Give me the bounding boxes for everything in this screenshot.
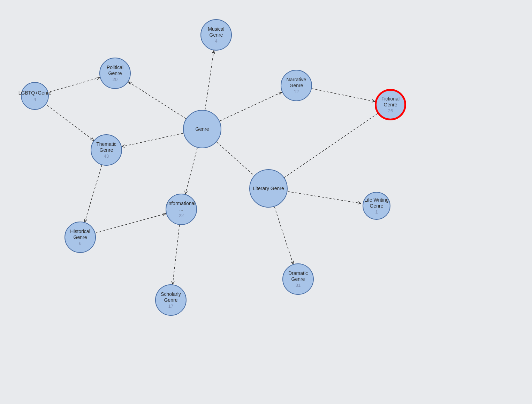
node-label-informational: Informational ... bbox=[166, 201, 196, 212]
node-count-musical: 4 bbox=[215, 38, 217, 44]
node-label-literary: Literary Genre bbox=[253, 186, 284, 192]
node-thematic[interactable]: Thematic Genre43 bbox=[91, 134, 122, 166]
node-fictional[interactable]: Fictional Genre26 bbox=[375, 89, 406, 120]
node-count-political: 20 bbox=[113, 77, 117, 82]
node-label-life_writing: Life Writing Genre bbox=[363, 197, 390, 209]
node-political[interactable]: Political Genre20 bbox=[99, 58, 131, 89]
node-musical[interactable]: Musical Genre4 bbox=[200, 19, 232, 51]
node-count-lgbtq: 4 bbox=[33, 97, 36, 102]
node-label-thematic: Thematic Genre bbox=[91, 141, 121, 153]
node-count-thematic: 43 bbox=[104, 154, 109, 159]
node-count-life_writing: 1 bbox=[375, 209, 378, 215]
node-label-dramatic: Dramatic Genre bbox=[283, 270, 313, 282]
node-literary[interactable]: Literary Genre bbox=[249, 169, 288, 208]
node-informational[interactable]: Informational ...22 bbox=[166, 194, 197, 225]
node-label-narrative: Narrative Genre bbox=[281, 77, 311, 89]
node-genre[interactable]: Genre bbox=[183, 110, 221, 148]
node-label-scholarly: Scholarly Genre bbox=[156, 291, 186, 303]
node-narrative[interactable]: Narrative Genre12 bbox=[281, 70, 312, 101]
node-label-musical: Musical Genre bbox=[201, 26, 231, 38]
node-label-genre: Genre bbox=[196, 126, 209, 132]
node-count-historical: 6 bbox=[79, 241, 81, 246]
node-scholarly[interactable]: Scholarly Genre17 bbox=[155, 284, 187, 316]
node-lgbtq[interactable]: LGBTQ+Genre4 bbox=[21, 82, 49, 110]
node-label-historical: Historical Genre bbox=[65, 229, 95, 240]
node-label-fictional: Fictional Genre bbox=[377, 96, 404, 108]
node-count-narrative: 12 bbox=[294, 89, 299, 94]
node-count-dramatic: 31 bbox=[296, 283, 301, 288]
node-count-scholarly: 17 bbox=[168, 304, 173, 309]
node-life_writing[interactable]: Life Writing Genre1 bbox=[363, 192, 390, 220]
node-count-informational: 22 bbox=[179, 213, 184, 218]
node-label-lgbtq: LGBTQ+Genre bbox=[18, 90, 52, 96]
node-historical[interactable]: Historical Genre6 bbox=[64, 222, 96, 253]
node-dramatic[interactable]: Dramatic Genre31 bbox=[282, 263, 314, 295]
node-count-fictional: 26 bbox=[388, 108, 393, 113]
node-label-political: Political Genre bbox=[100, 65, 130, 76]
